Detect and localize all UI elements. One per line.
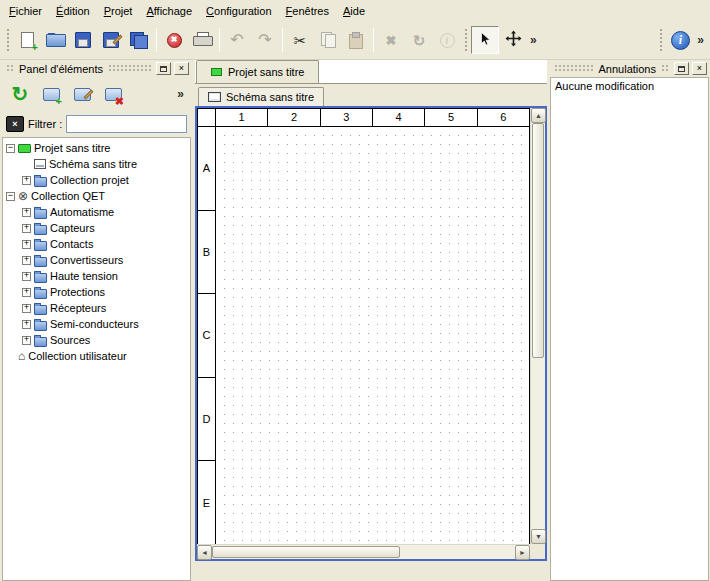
pan-mode-button[interactable] (499, 26, 527, 54)
tree-item-collection-utilisateur[interactable]: ⌂ Collection utilisateur (3, 348, 190, 364)
tree-item-project[interactable]: − Projet sans titre (3, 140, 190, 156)
tree-item-schema[interactable]: Schéma sans titre (3, 156, 190, 172)
tree-item-contacts[interactable]: + Contacts (3, 236, 190, 252)
schema-tab-label: Schéma sans titre (226, 91, 314, 103)
new-file-button[interactable]: + (13, 26, 41, 54)
toolbar-overflow-chevron[interactable]: » (694, 34, 707, 46)
scroll-down-button[interactable]: ▼ (531, 529, 546, 544)
menu-configuration[interactable]: Configuration (199, 2, 278, 20)
menu-edition[interactable]: Édition (49, 2, 97, 20)
undo-button[interactable]: ↶ (223, 26, 251, 54)
undo-empty-item[interactable]: Aucune modification (551, 78, 708, 94)
elements-tree[interactable]: − Projet sans titre Schéma sans titre + … (2, 137, 191, 581)
tree-item-semi-conducteurs[interactable]: + Semi-conducteurs (3, 316, 190, 332)
expand-icon[interactable]: + (22, 320, 31, 329)
expand-icon[interactable]: + (22, 272, 31, 281)
tree-item-haute-tension[interactable]: + Haute tension (3, 268, 190, 284)
about-button[interactable]: i (666, 26, 694, 54)
float-dock-button[interactable] (156, 62, 171, 75)
close-file-icon: ✖ (167, 33, 182, 48)
redo-button[interactable]: ↷ (251, 26, 279, 54)
dock-grip[interactable] (554, 64, 594, 73)
schema-tabbar: Schéma sans titre (195, 84, 547, 106)
tree-item-sources[interactable]: + Sources (3, 332, 190, 348)
panel-overflow-chevron[interactable]: » (174, 88, 187, 100)
delete-element-button[interactable]: ✖ (99, 81, 127, 108)
expand-icon[interactable]: + (22, 240, 31, 249)
tree-item-automatisme[interactable]: + Automatisme (3, 204, 190, 220)
ruler-row-label: B (198, 210, 215, 294)
save-as-button[interactable] (97, 26, 125, 54)
tree-item-protections[interactable]: + Protections (3, 284, 190, 300)
edit-element-button[interactable] (68, 81, 96, 108)
menu-fichier[interactable]: Fichier (2, 2, 49, 20)
tree-item-recepteurs[interactable]: + Récepteurs (3, 300, 190, 316)
expand-icon[interactable]: + (22, 176, 31, 185)
toolbar-overflow-chevron[interactable]: » (527, 34, 540, 46)
toolbar-grip[interactable] (464, 28, 468, 52)
dock-grip[interactable] (661, 64, 669, 73)
expand-icon[interactable]: + (22, 208, 31, 217)
ruler-column-label: 2 (267, 109, 319, 126)
delete-button[interactable]: ✖ (377, 26, 405, 54)
expand-icon[interactable]: + (22, 304, 31, 313)
scroll-left-button[interactable]: ◄ (197, 545, 212, 560)
close-file-button[interactable]: ✖ (160, 26, 188, 54)
new-element-button[interactable]: + (37, 81, 65, 108)
dock-grip[interactable] (108, 64, 151, 73)
cut-button[interactable]: ✂ (286, 26, 314, 54)
menu-aide[interactable]: Aide (336, 2, 372, 20)
home-icon: ⌂ (18, 349, 25, 363)
menu-affichage[interactable]: Affichage (139, 2, 199, 20)
info-glyph: i (446, 35, 449, 46)
undo-history-list[interactable]: Aucune modification (550, 77, 709, 581)
tree-item-label: Capteurs (50, 222, 95, 234)
tab-schema-sans-titre[interactable]: Schéma sans titre (198, 87, 324, 106)
expand-icon[interactable]: + (22, 256, 31, 265)
copy-button[interactable] (314, 26, 342, 54)
clear-filter-button[interactable]: × (6, 116, 24, 132)
schema-view[interactable]: 1 2 3 4 5 6 ▲ ▼ (195, 106, 547, 561)
save-icon (75, 32, 91, 48)
tree-item-collection-projet[interactable]: + Collection projet (3, 172, 190, 188)
toolbar-grip[interactable] (6, 28, 10, 52)
expand-icon[interactable]: + (22, 288, 31, 297)
print-button[interactable] (188, 26, 216, 54)
scroll-right-button[interactable]: ► (515, 545, 530, 560)
close-dock-button[interactable]: × (692, 62, 707, 75)
rotate-button[interactable]: ↻ (405, 26, 433, 54)
collapse-icon[interactable]: − (6, 192, 15, 201)
save-button[interactable] (69, 26, 97, 54)
menu-projet[interactable]: Projet (97, 2, 140, 20)
expand-icon[interactable]: + (22, 336, 31, 345)
expand-icon[interactable]: + (22, 224, 31, 233)
tree-item-convertisseurs[interactable]: + Convertisseurs (3, 252, 190, 268)
vertical-scroll-thumb[interactable] (532, 123, 544, 358)
menu-fenetres[interactable]: Fenêtres (279, 2, 336, 20)
vertical-scroll-track[interactable] (531, 123, 545, 529)
horizontal-scrollbar[interactable]: ◄ ► (197, 544, 530, 559)
element-info-button[interactable]: i (433, 26, 461, 54)
paste-button[interactable] (342, 26, 370, 54)
filter-input[interactable] (66, 115, 187, 133)
vertical-scrollbar[interactable]: ▲ ▼ (530, 108, 545, 544)
scroll-up-button[interactable]: ▲ (531, 108, 546, 123)
toolbar-grip[interactable] (659, 28, 663, 52)
about-info-icon: i (671, 31, 690, 50)
tab-projet-sans-titre[interactable]: Projet sans titre (196, 60, 319, 83)
horizontal-scroll-thumb[interactable] (212, 546, 400, 558)
tree-item-capteurs[interactable]: + Capteurs (3, 220, 190, 236)
dock-grip[interactable] (6, 64, 14, 73)
reload-collections-button[interactable]: ↻ (6, 81, 34, 108)
save-all-button[interactable] (125, 26, 153, 54)
tree-item-collection-qet[interactable]: − ⊗ Collection QET (3, 188, 190, 204)
collapse-icon[interactable]: − (6, 144, 15, 153)
about-info-glyph: i (679, 33, 682, 48)
select-mode-button[interactable] (471, 26, 499, 54)
close-dock-button[interactable]: × (174, 62, 189, 75)
horizontal-scroll-track[interactable] (212, 545, 515, 559)
schema-canvas[interactable] (216, 127, 530, 544)
float-dock-button[interactable] (674, 62, 689, 75)
open-file-button[interactable] (41, 26, 69, 54)
ruler-row-label: E (198, 460, 215, 544)
